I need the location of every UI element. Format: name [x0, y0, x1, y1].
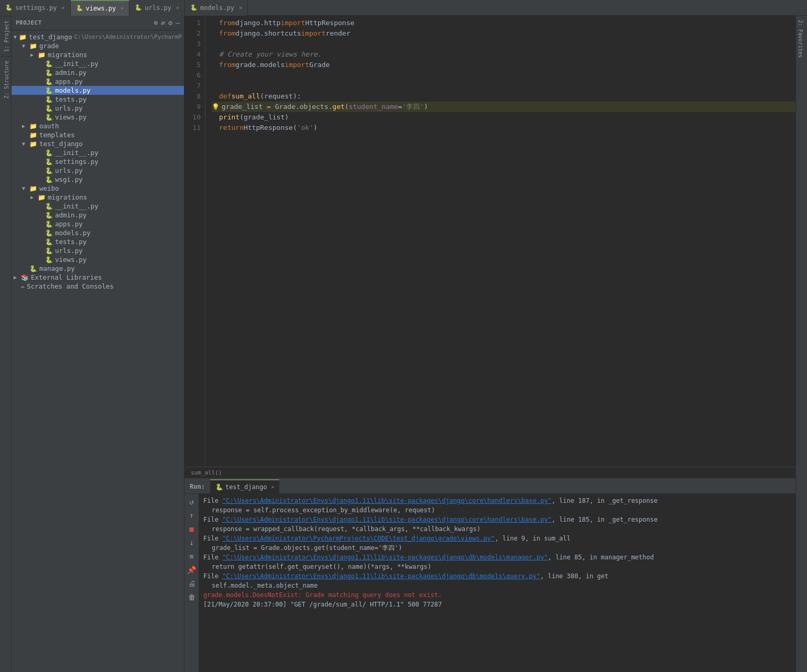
urls-file-icon: 🐍 — [135, 4, 142, 11]
sidebar-item-project[interactable]: 1: Project — [0, 16, 11, 56]
tab-models-label: models.py — [200, 4, 234, 12]
tree-item-oauth[interactable]: ▶ 📁 oauth — [12, 122, 184, 130]
arrow-icon: ▼ — [22, 43, 29, 49]
arrow-icon: ▼ — [14, 34, 19, 40]
tree-item-views-weibo[interactable]: 🐍 views.py — [12, 255, 184, 264]
code-editor[interactable]: from django.http import HttpResponse fro… — [205, 16, 795, 467]
tree-item-tests-weibo[interactable]: 🐍 tests.py — [12, 237, 184, 246]
tab-models[interactable]: 🐍 models.py ✕ — [185, 0, 248, 16]
run-down-button[interactable]: ↓ — [186, 537, 198, 548]
file-tree-header: Project ⊕ ⇄ ⚙ — — [12, 16, 184, 30]
tree-item-manage[interactable]: 🐍 manage.py — [12, 264, 184, 273]
tree-item-settings-testdjango[interactable]: 🐍 settings.py — [12, 157, 184, 166]
tree-item-init-weibo[interactable]: 🐍 __init__.py — [12, 202, 184, 211]
tree-item-models-weibo[interactable]: 🐍 models.py — [12, 228, 184, 237]
run-rerun-button[interactable]: ↺ — [186, 496, 198, 508]
file-tree-title: Project — [16, 19, 42, 26]
tree-item-name: test_django — [39, 140, 83, 148]
link-manager[interactable]: "C:\Users\Administrator\Envs\django1.11\… — [222, 554, 548, 561]
tree-item-name: grade — [39, 42, 59, 50]
line-num-6: 6 — [184, 70, 201, 81]
main-layout: 1: Project Z: Structure Project ⊕ ⇄ ⚙ — … — [0, 16, 807, 672]
python-file-icon: 🐍 — [45, 167, 53, 174]
editor-area: 1 2 3 4 5 6 7 8 9 10 11 from django — [184, 16, 795, 478]
tree-item-name: apps.py — [55, 220, 83, 228]
link-views[interactable]: "C:\Users\Administrator\PycharmProjects\… — [222, 535, 495, 542]
run-tab-bar: Run: 🐍 test_django ✕ — [184, 479, 795, 494]
sidebar-item-favorites[interactable]: 2: Favorites — [796, 16, 807, 62]
tree-item-name: apps.py — [55, 78, 83, 85]
line-num-10: 10 — [184, 112, 201, 123]
folder-icon: 📁 — [19, 34, 27, 41]
output-line-exception: grade.models.DoesNotExist: Grade matchin… — [203, 590, 791, 600]
link-handlers-base-1[interactable]: "C:\Users\Administrator\Envs\django1.11\… — [222, 497, 552, 504]
tab-settings[interactable]: 🐍 settings.py ✕ — [0, 0, 71, 16]
output-line-5: File "C:\Users\Administrator\PycharmProj… — [203, 534, 791, 543]
run-wrap-button[interactable]: ≡ — [186, 550, 198, 562]
tree-item-init-testdjango[interactable]: 🐍 __init__.py — [12, 148, 184, 157]
sidebar-item-structure[interactable]: Z: Structure — [0, 56, 11, 103]
python-file-icon: 🐍 — [45, 203, 53, 210]
tree-item-init-grade[interactable]: 🐍 __init__.py — [12, 59, 184, 68]
tree-item-grade[interactable]: ▼ 📁 grade — [12, 41, 184, 50]
tab-models-close[interactable]: ✕ — [239, 5, 242, 10]
tree-item-migrations-weibo[interactable]: ▶ 📁 migrations — [12, 193, 184, 202]
run-trash-button[interactable]: 🗑 — [186, 591, 198, 603]
folder-icon: 📁 — [29, 42, 37, 50]
tree-item-urls-grade[interactable]: 🐍 urls.py — [12, 104, 184, 113]
tree-item-name: settings.py — [55, 158, 99, 166]
output-line-9: File "C:\Users\Administrator\Envs\django… — [203, 571, 791, 581]
tree-item-apps-grade[interactable]: 🐍 apps.py — [12, 77, 184, 86]
python-file-icon: 🐍 — [45, 96, 53, 103]
tree-item-testdjango-sub[interactable]: ▼ 📁 test_django — [12, 139, 184, 148]
tree-item-models-grade[interactable]: 🐍 models.py — [12, 86, 184, 95]
line-num-1: 1 — [184, 18, 201, 28]
tree-item-urls-weibo[interactable]: 🐍 urls.py — [12, 246, 184, 255]
code-line-8: def sum_all(request): — [212, 91, 795, 102]
run-output[interactable]: File "C:\Users\Administrator\Envs\django… — [199, 494, 795, 672]
code-line-6 — [212, 70, 795, 81]
tree-item-root-test-django[interactable]: ▼ 📁 test_django C:\Users\Administrator\P… — [12, 32, 184, 41]
tab-urls[interactable]: 🐍 urls.py ✕ — [129, 0, 185, 16]
header-icon-locate[interactable]: ⊕ — [154, 19, 158, 27]
tab-views[interactable]: 🐍 views.py ✕ — [71, 0, 130, 16]
tree-item-name: oauth — [39, 122, 59, 130]
run-up-button[interactable]: ↑ — [186, 510, 198, 521]
tree-item-weibo[interactable]: ▼ 📁 weibo — [12, 184, 184, 193]
tree-item-external-libraries[interactable]: ▶ 📚 External Libraries — [12, 273, 184, 282]
tree-item-apps-weibo[interactable]: 🐍 apps.py — [12, 219, 184, 228]
tree-item-templates[interactable]: 📁 templates — [12, 130, 184, 139]
tree-item-name: Scratches and Consoles — [27, 282, 114, 290]
tab-views-label: views.py — [86, 5, 116, 12]
arrow-icon: ▶ — [30, 194, 38, 200]
tree-item-admin-weibo[interactable]: 🐍 admin.py — [12, 211, 184, 219]
tree-item-wsgi-testdjango[interactable]: 🐍 wsgi.py — [12, 175, 184, 184]
folder-icon: 📁 — [29, 131, 37, 139]
code-line-7 — [212, 81, 795, 91]
line-num-8: 8 — [184, 91, 201, 102]
header-icon-settings[interactable]: ⚙ — [168, 19, 172, 27]
tree-item-scratches-consoles[interactable]: ✏ Scratches and Consoles — [12, 282, 184, 291]
tab-urls-close[interactable]: ✕ — [176, 5, 179, 10]
tree-item-tests-grade[interactable]: 🐍 tests.py — [12, 95, 184, 104]
output-line-2: response = self.process_exception_by_mid… — [203, 505, 791, 515]
run-pin-button[interactable]: 📌 — [186, 564, 198, 576]
run-print-button[interactable]: 🖨 — [186, 578, 198, 589]
link-handlers-base-2[interactable]: "C:\Users\Administrator\Envs\django1.11\… — [222, 516, 552, 523]
header-icon-minimize[interactable]: — — [176, 19, 180, 27]
tree-item-urls-testdjango[interactable]: 🐍 urls.py — [12, 166, 184, 175]
header-icon-sort[interactable]: ⇄ — [161, 19, 166, 27]
link-query[interactable]: "C:\Users\Administrator\Envs\django1.11\… — [222, 572, 540, 580]
tab-settings-label: settings.py — [15, 4, 57, 12]
tree-item-migrations-grade[interactable]: ▶ 📁 migrations — [12, 50, 184, 59]
tab-views-close[interactable]: ✕ — [121, 5, 124, 11]
tree-item-views-grade[interactable]: 🐍 views.py — [12, 113, 184, 122]
tree-item-admin-grade[interactable]: 🐍 admin.py — [12, 68, 184, 77]
tab-settings-close[interactable]: ✕ — [61, 5, 64, 10]
folder-icon: 📁 — [29, 185, 37, 192]
python-file-icon: 🐍 — [45, 60, 53, 68]
run-tab-testdjango[interactable]: 🐍 test_django ✕ — [210, 479, 280, 494]
run-stop-button[interactable]: ■ — [186, 523, 198, 535]
python-file-icon: 🐍 — [45, 149, 53, 157]
run-tab-close[interactable]: ✕ — [271, 484, 274, 490]
